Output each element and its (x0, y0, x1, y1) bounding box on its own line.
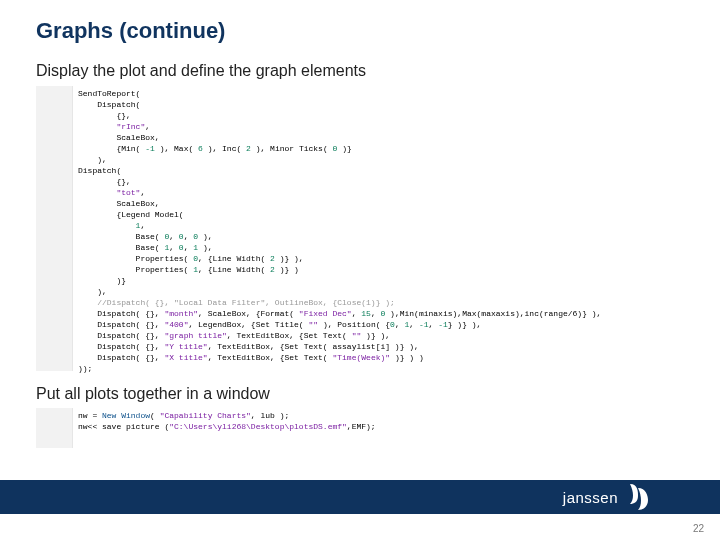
page-title: Graphs (continue) (36, 18, 225, 44)
brand-text: janssen (563, 489, 618, 506)
brand-logo: janssen (563, 482, 650, 512)
page-number: 22 (693, 523, 704, 534)
code-block-1: SendToReport( Dispatch( {}, "rInc", Scal… (36, 86, 684, 371)
code-gutter (36, 86, 73, 371)
code-content-2: nw = New Window( "Capability Charts", lu… (78, 410, 684, 432)
janssen-logo-icon (624, 482, 650, 512)
code-content-1: SendToReport( Dispatch( {}, "rInc", Scal… (78, 88, 684, 374)
code-gutter (36, 408, 73, 448)
slide: Graphs (continue) Display the plot and d… (0, 0, 720, 540)
subtitle-2: Put all plots together in a window (36, 385, 270, 403)
code-block-2: nw = New Window( "Capability Charts", lu… (36, 408, 684, 448)
subtitle-1: Display the plot and define the graph el… (36, 62, 366, 80)
